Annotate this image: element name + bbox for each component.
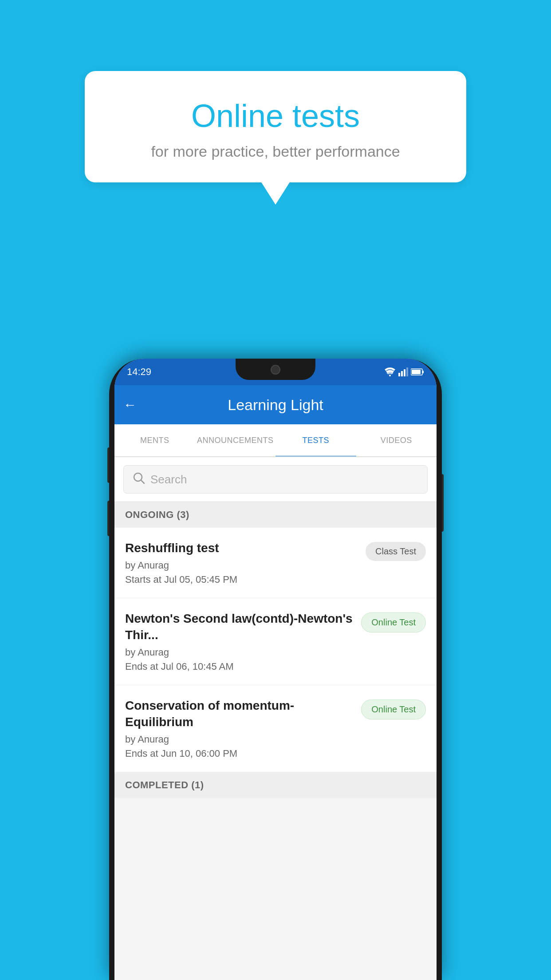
test-date: Starts at Jul 05, 05:45 PM <box>125 574 358 585</box>
speech-bubble: Online tests for more practice, better p… <box>85 71 466 182</box>
test-date: Ends at Jul 06, 10:45 AM <box>125 661 354 672</box>
phone-notch <box>236 359 315 380</box>
app-content: 14:29 <box>114 359 437 980</box>
test-badge-online: Online Test <box>361 699 426 719</box>
status-time: 14:29 <box>127 366 151 378</box>
tabs-container: MENTS ANNOUNCEMENTS TESTS VIDEOS <box>114 424 437 457</box>
test-item[interactable]: Conservation of momentum-Equilibrium by … <box>114 685 437 772</box>
bubble-subtitle: for more practice, better performance <box>120 143 431 160</box>
front-camera <box>271 365 280 375</box>
tab-videos[interactable]: VIDEOS <box>356 424 437 456</box>
svg-rect-3 <box>406 368 408 376</box>
test-info: Newton's Second law(contd)-Newton's Thir… <box>125 611 354 672</box>
battery-icon <box>411 368 424 376</box>
signal-icon <box>398 368 408 376</box>
status-icons <box>384 368 424 376</box>
phone-frame: 14:29 <box>109 359 442 980</box>
tab-announcements[interactable]: ANNOUNCEMENTS <box>195 424 276 456</box>
tab-ments[interactable]: MENTS <box>114 424 195 456</box>
test-badge-class: Class Test <box>366 542 426 561</box>
test-author: by Anurag <box>125 560 358 571</box>
back-button[interactable]: ← <box>123 397 137 412</box>
test-name: Conservation of momentum-Equilibrium <box>125 698 354 730</box>
test-info: Reshuffling test by Anurag Starts at Jul… <box>125 540 358 585</box>
tab-tests[interactable]: TESTS <box>276 424 356 456</box>
test-author: by Anurag <box>125 734 354 745</box>
ongoing-section-title: ONGOING (3) <box>125 509 189 520</box>
test-item[interactable]: Newton's Second law(contd)-Newton's Thir… <box>114 598 437 685</box>
svg-rect-0 <box>398 373 400 376</box>
test-item[interactable]: Reshuffling test by Anurag Starts at Jul… <box>114 528 437 598</box>
svg-rect-1 <box>401 371 403 376</box>
speech-bubble-container: Online tests for more practice, better p… <box>85 71 466 182</box>
test-badge-online: Online Test <box>361 612 426 632</box>
search-container: Search <box>114 457 437 502</box>
svg-rect-5 <box>422 371 424 373</box>
test-name: Reshuffling test <box>125 540 358 556</box>
app-title: Learning Light <box>146 396 405 414</box>
wifi-icon <box>384 368 396 376</box>
test-list: Reshuffling test by Anurag Starts at Jul… <box>114 528 437 772</box>
completed-section-header: COMPLETED (1) <box>114 772 437 798</box>
phone-wrapper: 14:29 <box>109 359 442 980</box>
test-info: Conservation of momentum-Equilibrium by … <box>125 698 354 759</box>
ongoing-section-header: ONGOING (3) <box>114 502 437 528</box>
app-inner: 14:29 <box>114 359 437 980</box>
svg-rect-2 <box>404 369 405 376</box>
search-input-placeholder[interactable]: Search <box>150 473 187 486</box>
test-date: Ends at Jun 10, 06:00 PM <box>125 748 354 759</box>
toolbar: ← Learning Light <box>114 385 437 424</box>
test-author: by Anurag <box>125 647 354 658</box>
search-icon <box>133 472 145 487</box>
bubble-title: Online tests <box>120 98 431 134</box>
svg-rect-6 <box>412 370 421 374</box>
completed-section-title: COMPLETED (1) <box>125 779 204 790</box>
search-bar[interactable]: Search <box>123 465 428 494</box>
svg-line-8 <box>141 480 144 483</box>
test-name: Newton's Second law(contd)-Newton's Thir… <box>125 611 354 643</box>
